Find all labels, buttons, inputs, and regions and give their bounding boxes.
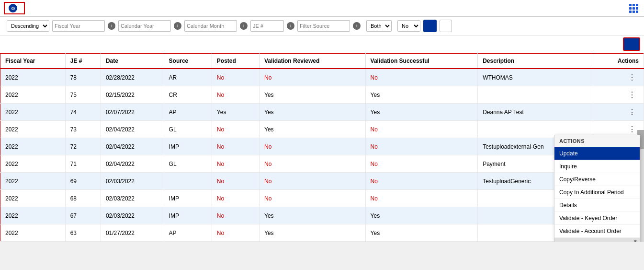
- dropdown-item-1[interactable]: Inquire: [554, 160, 640, 173]
- cell-description: [478, 86, 593, 104]
- cell-date: 02/04/2022: [101, 121, 164, 138]
- dropdown-item-6[interactable]: Validate - Account Order: [554, 225, 640, 238]
- cell-source: AR: [164, 69, 212, 86]
- cell-je: 63: [65, 224, 101, 242]
- dropdown-item-2[interactable]: Copy/Reverse: [554, 173, 640, 186]
- dropdown-item-0[interactable]: Update: [554, 147, 640, 160]
- col-actions: Actions: [593, 54, 644, 69]
- cell-source: IMP: [164, 138, 212, 155]
- cell-posted: Yes: [212, 104, 259, 121]
- cell-source: GL: [164, 121, 212, 138]
- cell-val-successful: Yes: [365, 86, 478, 104]
- cell-val-reviewed: Yes: [259, 121, 365, 138]
- find-button[interactable]: [423, 20, 437, 32]
- col-date: Date: [101, 54, 164, 69]
- top-bar: ⊙: [0, 0, 644, 17]
- cell-source: CR: [164, 86, 212, 104]
- cell-posted: No: [212, 86, 259, 104]
- cell-fiscal-year: 2022: [0, 224, 66, 242]
- cell-je: 75: [65, 86, 101, 104]
- cell-val-successful: Yes: [365, 104, 478, 121]
- filter-source-info-icon[interactable]: i: [353, 22, 361, 30]
- only-my-entries-select[interactable]: No Yes: [397, 20, 420, 32]
- cell-date: 02/28/2022: [101, 69, 164, 86]
- dropdown-item-3[interactable]: Copy to Additional Period: [554, 186, 640, 199]
- posted-select[interactable]: Both Yes No: [366, 20, 392, 32]
- actions-menu-button-1[interactable]: ⋮: [625, 89, 639, 100]
- actions-menu-button-2[interactable]: ⋮: [625, 106, 639, 117]
- calendar-year-input[interactable]: [118, 20, 171, 32]
- cell-val-reviewed: Yes: [259, 224, 365, 242]
- cell-actions: ⋮: [593, 69, 644, 86]
- cell-source: AP: [164, 224, 212, 242]
- cell-val-successful: No: [365, 173, 478, 190]
- cell-posted: No: [212, 224, 259, 242]
- cell-source: GL: [164, 155, 212, 173]
- cell-val-reviewed: Yes: [259, 86, 365, 104]
- opengov-logo: [629, 4, 640, 13]
- cell-fiscal-year: 2022: [0, 104, 66, 121]
- cell-val-reviewed: No: [259, 190, 365, 207]
- fiscal-year-info-icon[interactable]: i: [108, 22, 115, 30]
- fiscal-year-input[interactable]: [52, 20, 105, 32]
- cell-val-successful: No: [365, 155, 478, 173]
- cell-val-successful: Yes: [365, 207, 478, 224]
- cell-fiscal-year: 2022: [0, 138, 66, 155]
- cell-val-reviewed: No: [259, 138, 365, 155]
- actions-menu-button-0[interactable]: ⋮: [625, 72, 639, 83]
- cell-je: 72: [65, 138, 101, 155]
- col-val-reviewed: Validation Reviewed: [259, 54, 365, 69]
- cell-je: 71: [65, 155, 101, 173]
- actions-dropdown: ACTIONS UpdateInquireCopy/ReverseCopy to…: [554, 135, 640, 242]
- calendar-year-info-icon[interactable]: i: [174, 22, 181, 30]
- add-new-entry-button[interactable]: [623, 37, 640, 51]
- cell-posted: No: [212, 138, 259, 155]
- page-title: ⊙: [4, 2, 25, 14]
- table-row: 2022 67 02/03/2022 IMP No Yes Yes ⋮: [0, 207, 644, 224]
- cell-val-successful: No: [365, 190, 478, 207]
- col-description: Description: [478, 54, 593, 69]
- cell-val-successful: No: [365, 69, 478, 86]
- action-bar: [0, 35, 644, 53]
- cell-date: 02/03/2022: [101, 190, 164, 207]
- je-info-icon[interactable]: i: [287, 22, 294, 30]
- dropdown-scroll-indicator[interactable]: ▼: [554, 238, 640, 242]
- cell-description: WTHOMAS: [478, 69, 593, 86]
- title-icon: ⊙: [9, 4, 17, 12]
- col-fiscal-year: Fiscal Year: [0, 54, 66, 69]
- cell-actions: ⋮: [593, 86, 644, 104]
- top-right: [621, 4, 640, 13]
- calendar-month-input[interactable]: [184, 20, 237, 32]
- cell-fiscal-year: 2022: [0, 121, 66, 138]
- table-row: 2022 74 02/07/2022 AP Yes Yes Yes Deanna…: [0, 104, 644, 121]
- dropdown-item-5[interactable]: Validate - Keyed Order: [554, 212, 640, 225]
- filter-bar: Descending Ascending i i i i i Both Yes …: [0, 17, 644, 35]
- journal-entries-table: Fiscal Year JE # Date Source Posted Vali…: [0, 53, 644, 242]
- cell-je: 73: [65, 121, 101, 138]
- table-row: 2022 68 02/03/2022 IMP No No No ⋮: [0, 190, 644, 207]
- cell-source: IMP: [164, 190, 212, 207]
- cell-val-reviewed: Yes: [259, 207, 365, 224]
- cell-fiscal-year: 2022: [0, 155, 66, 173]
- col-source: Source: [164, 54, 212, 69]
- cell-description: Deanna AP Test: [478, 104, 593, 121]
- calendar-month-info-icon[interactable]: i: [240, 22, 248, 30]
- cell-fiscal-year: 2022: [0, 190, 66, 207]
- table-row: 2022 63 01/27/2022 AP No Yes Yes ⋮: [0, 224, 644, 242]
- je-input[interactable]: [250, 20, 284, 32]
- cell-date: 02/07/2022: [101, 104, 164, 121]
- sequence-select[interactable]: Descending Ascending: [7, 20, 49, 32]
- reset-button[interactable]: [440, 20, 452, 32]
- table-container: Fiscal Year JE # Date Source Posted Vali…: [0, 53, 644, 242]
- actions-menu-button-3[interactable]: ⋮: [625, 124, 639, 135]
- cell-je: 69: [65, 173, 101, 190]
- cell-posted: No: [212, 121, 259, 138]
- cell-je: 68: [65, 190, 101, 207]
- cell-fiscal-year: 2022: [0, 86, 66, 104]
- table-row: 2022 73 02/04/2022 GL No Yes No ⋮: [0, 121, 644, 138]
- cell-date: 01/27/2022: [101, 224, 164, 242]
- filter-source-input[interactable]: [297, 20, 350, 32]
- cell-posted: No: [212, 69, 259, 86]
- cell-je: 78: [65, 69, 101, 86]
- dropdown-item-4[interactable]: Details: [554, 199, 640, 212]
